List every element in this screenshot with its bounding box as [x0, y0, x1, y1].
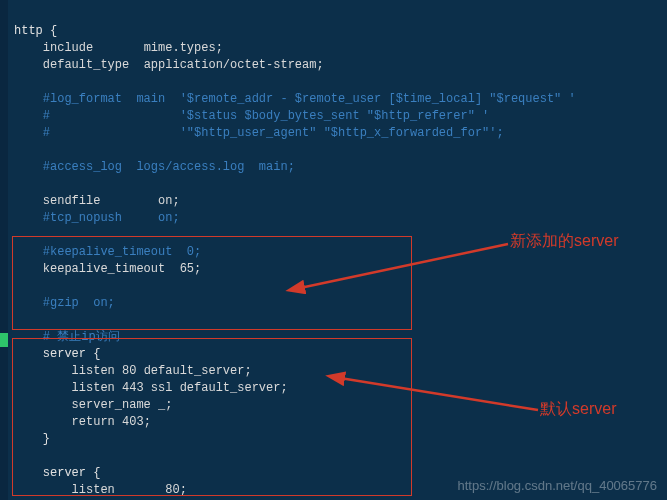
code-line: sendfile: [14, 194, 158, 208]
code-line: http {: [14, 24, 57, 38]
annotation-default-server: 默认server: [540, 400, 616, 417]
code-comment: #log_format main '$remote_addr - $remote…: [14, 92, 576, 106]
editor-gutter: [0, 0, 8, 500]
change-marker: [0, 333, 8, 347]
highlight-box-default-server: [12, 338, 412, 496]
code-token: application/octet-stream;: [144, 58, 324, 72]
code-comment: #tcp_nopush on;: [14, 211, 180, 225]
code-comment: # '"$http_user_agent" "$http_x_forwarded…: [14, 126, 504, 140]
watermark: https://blog.csdn.net/qq_40065776: [458, 477, 658, 494]
code-line: default_type: [14, 58, 144, 72]
code-token: mime.types;: [144, 41, 223, 55]
code-comment: # '$status $body_bytes_sent "$http_refer…: [14, 109, 489, 123]
code-token: on;: [158, 194, 180, 208]
code-line: include: [14, 41, 144, 55]
highlight-box-new-server: [12, 236, 412, 330]
code-comment: #access_log logs/access.log main;: [14, 160, 295, 174]
annotation-new-server: 新添加的server: [510, 232, 618, 249]
